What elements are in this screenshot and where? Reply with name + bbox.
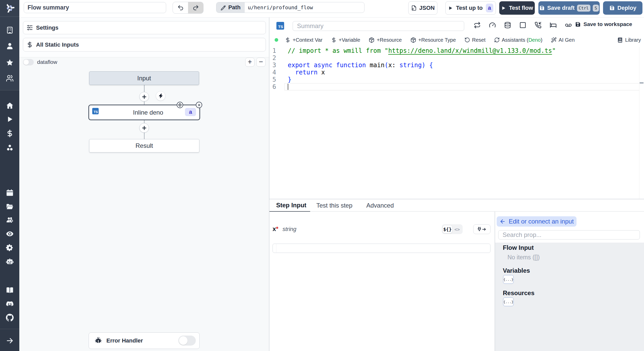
sidebar-item-github[interactable]: [0, 314, 19, 321]
search-prop-input[interactable]: Search prop...: [498, 230, 640, 239]
add-variable-label: +Variable: [339, 37, 360, 43]
cache-icon-button[interactable]: [504, 22, 511, 29]
add-resource-label: +Resource: [377, 37, 402, 43]
sidebar-item-ai[interactable]: [0, 258, 19, 266]
zoom-in-label: +: [248, 58, 252, 66]
add-variable-button[interactable]: +Variable: [331, 37, 360, 43]
sidebar-item-variables[interactable]: [0, 130, 19, 137]
code-mode-button[interactable]: <>: [452, 227, 462, 232]
sidebar-item-favorites[interactable]: [0, 59, 19, 66]
sidebar-item-docs[interactable]: [0, 286, 19, 294]
code-line: export async function main(x: string) {: [288, 62, 433, 69]
error-handler-toggle[interactable]: [178, 336, 196, 346]
field-input-gutter: [276, 244, 276, 252]
flow-settings-button[interactable]: Settings: [23, 21, 266, 34]
assistants-button[interactable]: Assistants (Deno): [494, 37, 543, 43]
delete-step-button[interactable]: [196, 102, 202, 108]
prop-picker-area: Flow Input No items ([]) Variables {...}…: [495, 243, 644, 351]
sidebar-item-audit-logs[interactable]: [0, 230, 19, 238]
flow-settings-label: Settings: [36, 24, 58, 31]
graph-node-result[interactable]: Result: [89, 139, 199, 152]
repeat-icon: [474, 22, 481, 29]
connect-input-button[interactable]: [473, 224, 490, 234]
sidebar-item-schedules[interactable]: [0, 189, 19, 196]
reset-button[interactable]: Reset: [464, 37, 486, 43]
error-handler-toggle-knob: [179, 336, 188, 345]
dataflow-toggle[interactable]: [23, 59, 34, 65]
zoom-in-button[interactable]: +: [245, 58, 255, 67]
error-handler-box[interactable]: Error Handler: [89, 332, 200, 349]
resources-chip[interactable]: {...}: [503, 297, 514, 306]
field-value-input[interactable]: [273, 244, 490, 253]
test-up-to-button[interactable]: Test up to a: [445, 1, 496, 15]
add-resource-button[interactable]: +Resource: [369, 37, 402, 43]
status-dot: [275, 38, 278, 42]
sidebar-item-groups[interactable]: [0, 74, 19, 82]
template-mode-button[interactable]: ${}: [443, 225, 452, 233]
code-editor[interactable]: 1// import * as wmill from "https://deno…: [269, 47, 644, 199]
edit-or-connect-button[interactable]: Edit or connect an input: [497, 216, 577, 227]
retries-icon-button[interactable]: [474, 22, 481, 29]
trigger-button[interactable]: [156, 91, 165, 101]
mock-icon-button[interactable]: [519, 22, 526, 29]
sidebar-item-resources[interactable]: [0, 144, 19, 151]
tab-advanced[interactable]: Advanced: [366, 199, 394, 212]
test-up-to-step-badge: a: [486, 4, 493, 12]
sidebar-item-discord[interactable]: [0, 300, 19, 308]
step-id-badge: a: [185, 108, 196, 116]
kbd-s: S: [593, 5, 599, 12]
path-input[interactable]: u/henri/profound_flow: [245, 2, 364, 13]
path-edit-button[interactable]: Path: [216, 2, 245, 13]
flow-input-heading: Flow Input: [503, 244, 534, 251]
field-name: x: [273, 225, 276, 233]
redo-button[interactable]: [188, 2, 203, 13]
json-button-label: JSON: [419, 5, 435, 11]
graph-node-input[interactable]: Input: [89, 71, 199, 85]
save-to-workspace-label: Save to workspace: [583, 21, 632, 27]
early-stop-icon-button[interactable]: [489, 22, 496, 29]
json-button[interactable]: JSON: [408, 1, 437, 15]
sidebar-item-workspace[interactable]: [0, 26, 19, 34]
summary-input[interactable]: Summary: [293, 21, 464, 31]
plug-arrow-icon: [477, 226, 487, 233]
gauge-icon: [489, 22, 496, 29]
dataflow-label: dataflow: [37, 56, 57, 69]
line-number: 2: [269, 54, 276, 62]
sidebar-item-home[interactable]: [0, 102, 19, 109]
arrow-left-icon: [499, 218, 506, 225]
tab-step-input[interactable]: Step Input: [269, 199, 310, 212]
sidebar-item-settings[interactable]: [0, 244, 19, 252]
sidebar-item-runs[interactable]: [0, 115, 19, 123]
all-static-inputs-button[interactable]: All Static Inputs: [23, 38, 266, 52]
add-resource-type-button[interactable]: +Resource Type: [410, 37, 456, 43]
suspend-icon-button[interactable]: [535, 22, 541, 29]
input-mode-toggle: ${} <>: [442, 224, 463, 234]
windmill-logo[interactable]: [5, 3, 14, 13]
move-step-handle[interactable]: [177, 102, 183, 108]
library-button[interactable]: Library: [617, 37, 641, 43]
sidebar-item-folders[interactable]: [0, 203, 19, 210]
flow-summary-input[interactable]: Flow summary: [24, 2, 166, 13]
sleep-icon-button[interactable]: [550, 22, 557, 29]
sidebar-item-user[interactable]: [0, 42, 19, 50]
add-step-button-2[interactable]: [139, 123, 149, 133]
add-step-button-1[interactable]: [139, 92, 149, 101]
file-export-icon: [411, 5, 417, 11]
tab-test-this-step[interactable]: Test this step: [316, 199, 352, 212]
add-context-var-button[interactable]: +Context Var: [285, 37, 323, 43]
test-flow-button[interactable]: Test flow: [499, 1, 535, 15]
summary-placeholder: Summary: [297, 22, 324, 30]
deploy-button[interactable]: Deploy: [603, 1, 642, 15]
undo-button[interactable]: [173, 2, 188, 13]
ai-gen-button[interactable]: AI Gen: [551, 37, 575, 43]
zoom-out-button[interactable]: −: [256, 58, 266, 67]
save-to-workspace-button[interactable]: Save to workspace: [575, 21, 632, 27]
package-icon: [410, 37, 416, 43]
save-draft-button[interactable]: Save draft Ctrl S: [538, 1, 600, 15]
sidebar-collapse-arrow[interactable]: [0, 337, 19, 345]
concurrency-icon-button[interactable]: [565, 22, 572, 29]
error-handler-label: Error Handler: [106, 337, 143, 344]
graph-node-step[interactable]: TS Inline deno a: [88, 105, 200, 120]
variables-chip[interactable]: {...}: [503, 275, 514, 284]
sidebar-item-workers[interactable]: [0, 216, 19, 224]
